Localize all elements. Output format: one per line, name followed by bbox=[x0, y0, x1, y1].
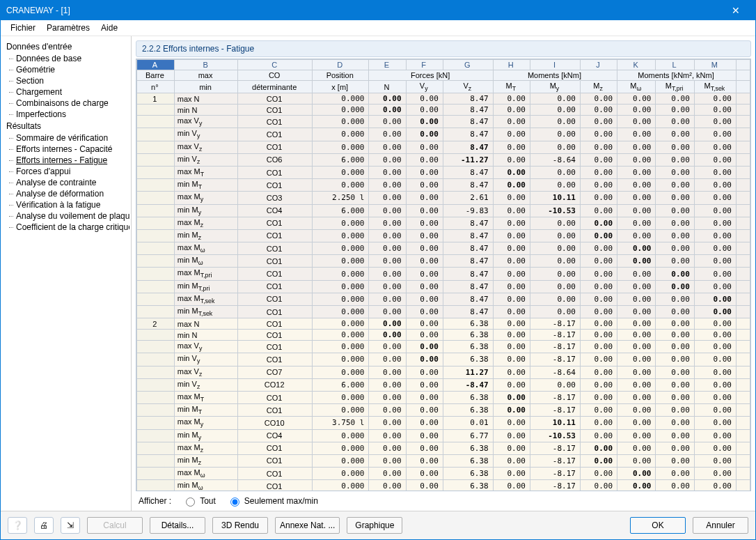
details-button[interactable]: Détails... bbox=[150, 517, 205, 534]
cell-Mz: 0.00 bbox=[580, 93, 617, 105]
col-letter[interactable]: A bbox=[137, 60, 175, 70]
calc-button[interactable]: Calcul bbox=[87, 517, 143, 534]
table-row[interactable]: min MzCO10.0000.000.006.380.00-8.170.000… bbox=[137, 454, 750, 467]
nav-item[interactable]: Forces d'appui bbox=[6, 166, 129, 177]
table-row[interactable]: min VzCO126.0000.000.00-8.470.000.000.00… bbox=[137, 378, 750, 391]
col-letter[interactable]: J bbox=[580, 60, 617, 70]
table-row[interactable]: min MTCO10.0000.000.006.380.00-8.170.000… bbox=[137, 404, 750, 417]
cell-Vy: 0.00 bbox=[406, 116, 443, 128]
table-row[interactable]: min MzCO10.0000.000.008.470.000.000.000.… bbox=[137, 229, 750, 242]
close-icon[interactable]: ✕ bbox=[722, 5, 750, 16]
render3d-button[interactable]: 3D Rendu bbox=[212, 517, 268, 534]
table-row[interactable]: 1max NCO10.0000.000.008.470.000.000.000.… bbox=[137, 93, 750, 105]
table-row[interactable]: min MTCO10.0000.000.008.470.000.000.000.… bbox=[137, 179, 750, 192]
table-row[interactable]: min NCO10.0000.000.008.470.000.000.000.0… bbox=[137, 105, 750, 116]
nav-item[interactable]: Géométrie bbox=[6, 64, 129, 75]
nav-item[interactable]: Efforts internes - Fatigue bbox=[6, 155, 129, 166]
table-row[interactable]: max MyCO103.750 l0.000.000.010.0010.110.… bbox=[137, 417, 750, 429]
nav-item[interactable]: Vérification à la fatigue bbox=[6, 199, 129, 210]
cancel-button[interactable]: Annuler bbox=[693, 517, 748, 534]
cell-Mz: 0.00 bbox=[580, 128, 617, 141]
print-icon[interactable]: 🖨 bbox=[34, 517, 54, 534]
col-letter[interactable]: I bbox=[530, 60, 580, 70]
nav-item[interactable]: Données d'entrée bbox=[6, 40, 129, 53]
col-letter[interactable]: M bbox=[694, 60, 736, 70]
nav-item[interactable]: Coefficient de la charge critique bbox=[6, 222, 129, 233]
nav-item[interactable]: Combinaisons de charge bbox=[6, 98, 129, 109]
col-letter[interactable]: B bbox=[174, 60, 238, 70]
table-row[interactable]: min MωCO10.0000.000.008.470.000.000.000.… bbox=[137, 255, 750, 268]
cell-Mw: 0.00 bbox=[617, 93, 656, 105]
table-row[interactable]: min VyCO10.0000.000.008.470.000.000.000.… bbox=[137, 128, 750, 141]
cell-co: CO4 bbox=[238, 204, 313, 217]
menu-params[interactable]: Paramètres bbox=[42, 22, 94, 34]
cell-MTsek: 0.00 bbox=[694, 268, 736, 280]
table-row[interactable]: max VyCO10.0000.000.006.380.00-8.170.000… bbox=[137, 341, 750, 353]
table-row[interactable]: min MyCO40.0000.000.006.770.00-10.530.00… bbox=[137, 429, 750, 442]
cell-co: CO1 bbox=[238, 341, 313, 353]
table-row[interactable]: max VzCO70.0000.000.0011.270.00-8.640.00… bbox=[137, 366, 750, 378]
nav-item[interactable]: Données de base bbox=[6, 53, 129, 64]
table-row[interactable]: max MT,sekCO10.0000.000.008.470.000.000.… bbox=[137, 293, 750, 305]
table-row[interactable]: max VyCO10.0000.000.008.470.000.000.000.… bbox=[137, 116, 750, 128]
table-row[interactable]: max MzCO10.0000.000.008.470.000.000.000.… bbox=[137, 217, 750, 229]
cell-co: CO1 bbox=[238, 293, 313, 305]
col-letter[interactable]: E bbox=[369, 60, 406, 70]
table-row[interactable]: max MTCO10.0000.000.008.470.000.000.000.… bbox=[137, 166, 750, 178]
cell-co: CO1 bbox=[238, 454, 313, 467]
cell-N: 0.00 bbox=[369, 454, 406, 467]
export-icon[interactable]: ⇲ bbox=[61, 517, 80, 534]
table-row[interactable]: min VyCO10.0000.000.006.380.00-8.170.000… bbox=[137, 353, 750, 366]
ok-button[interactable]: OK bbox=[630, 517, 686, 534]
nav-item[interactable]: Section bbox=[6, 75, 129, 86]
cell-Vy: 0.00 bbox=[406, 353, 443, 366]
col-letter[interactable]: K bbox=[617, 60, 656, 70]
table-row[interactable]: min MT,priCO10.0000.000.008.470.000.000.… bbox=[137, 280, 750, 293]
col-letter[interactable]: F bbox=[406, 60, 443, 70]
table-row[interactable]: 2max NCO10.0000.000.006.380.00-8.170.000… bbox=[137, 318, 750, 330]
col-letter[interactable]: L bbox=[656, 60, 694, 70]
table-row[interactable]: max MzCO10.0000.000.006.380.00-8.170.000… bbox=[137, 442, 750, 454]
table-row[interactable]: min MyCO46.0000.000.00-9.830.00-10.530.0… bbox=[137, 204, 750, 217]
menu-file[interactable]: Fichier bbox=[6, 22, 40, 34]
radio-maxmin[interactable]: Seulement max/min bbox=[227, 495, 318, 507]
cell-MTpri: 0.00 bbox=[656, 229, 694, 242]
col-letter[interactable]: H bbox=[493, 60, 530, 70]
menu-help[interactable]: Aide bbox=[97, 22, 122, 34]
col-header bbox=[736, 70, 750, 81]
help-icon[interactable]: ❔ bbox=[8, 517, 27, 534]
col-letter[interactable]: D bbox=[313, 60, 369, 70]
nav-item[interactable]: Imperfections bbox=[6, 109, 129, 120]
table-row[interactable]: min VzCO66.0000.000.00-11.270.00-8.640.0… bbox=[137, 153, 750, 166]
graph-button[interactable]: Graphique bbox=[347, 517, 402, 534]
table-row[interactable]: min MT,sekCO10.0000.000.008.470.000.000.… bbox=[137, 306, 750, 318]
table-row[interactable]: max MyCO32.250 l0.000.002.610.0010.110.0… bbox=[137, 192, 750, 204]
cell-MTpri: 0.00 bbox=[656, 204, 694, 217]
table-row[interactable]: min NCO10.0000.000.006.380.00-8.170.000.… bbox=[137, 330, 750, 341]
col-letter[interactable]: G bbox=[443, 60, 493, 70]
cell-N: 0.00 bbox=[369, 442, 406, 454]
table-row[interactable]: max VzCO10.0000.000.008.470.000.000.000.… bbox=[137, 141, 750, 153]
cell-Vy: 0.00 bbox=[406, 293, 443, 305]
radio-all[interactable]: Tout bbox=[182, 495, 216, 507]
cell-co: CO1 bbox=[238, 391, 313, 403]
cell-N: 0.00 bbox=[369, 128, 406, 141]
nav-item[interactable]: Efforts internes - Capacité bbox=[6, 144, 129, 155]
nav-item[interactable]: Chargement bbox=[6, 86, 129, 98]
nav-item[interactable]: Sommaire de vérification bbox=[6, 132, 129, 144]
table-row[interactable]: max MωCO10.0000.000.006.380.00-8.170.000… bbox=[137, 468, 750, 480]
cell-co: CO1 bbox=[238, 318, 313, 330]
table-row[interactable]: max MTCO10.0000.000.006.380.00-8.170.000… bbox=[137, 391, 750, 403]
results-grid[interactable]: ABCDEFGHIJKLM BarremaxCOPositionForces [… bbox=[136, 59, 751, 491]
nav-item[interactable]: Résultats bbox=[6, 120, 129, 132]
nav-tree[interactable]: Données d'entréeDonnées de baseGéométrie… bbox=[1, 36, 132, 511]
nav-item[interactable]: Analyse du voilement de plaques bbox=[6, 210, 129, 222]
col-letter[interactable]: C bbox=[238, 60, 313, 70]
table-row[interactable]: max MωCO10.0000.000.008.470.000.000.000.… bbox=[137, 242, 750, 255]
table-row[interactable]: min MωCO10.0000.000.006.380.00-8.170.000… bbox=[137, 480, 750, 491]
annex-button[interactable]: Annexe Nat. ... bbox=[275, 517, 340, 534]
window-title: CRANEWAY - [1] bbox=[6, 6, 722, 15]
nav-item[interactable]: Analyse de contrainte bbox=[6, 177, 129, 188]
nav-item[interactable]: Analyse de déformation bbox=[6, 188, 129, 199]
table-row[interactable]: max MT,priCO10.0000.000.008.470.000.000.… bbox=[137, 268, 750, 280]
